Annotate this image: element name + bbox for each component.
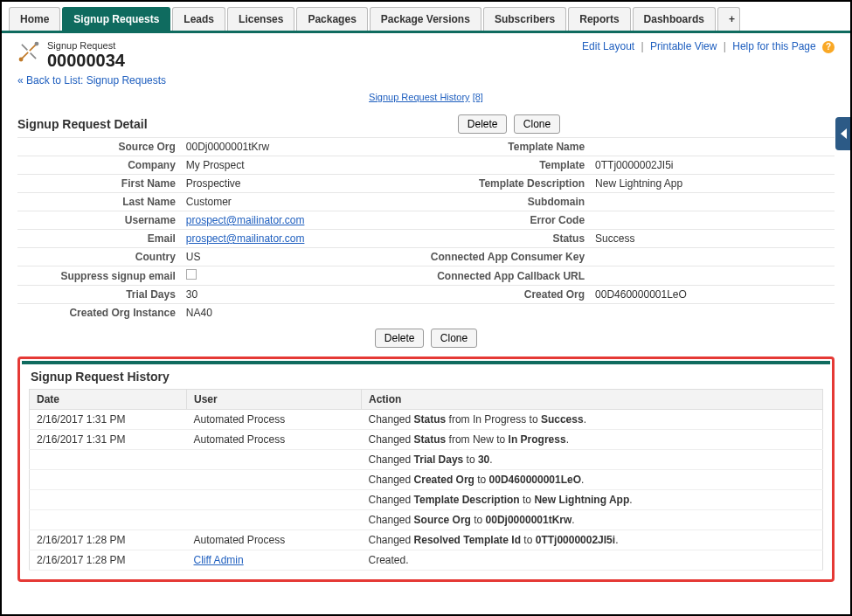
- table-row: Changed Source Org to 00Dj0000001tKrw.: [30, 510, 823, 530]
- edit-layout-link[interactable]: Edit Layout: [582, 40, 634, 52]
- tab-dashboards[interactable]: Dashboards: [633, 7, 716, 31]
- svg-point-0: [19, 58, 24, 62]
- help-link[interactable]: Help for this Page: [732, 40, 815, 52]
- detail-section-title: Signup Request Detail: [17, 117, 166, 131]
- tab-add[interactable]: +: [717, 7, 740, 31]
- history-col-date: Date: [30, 390, 187, 410]
- history-title: Signup Request History: [31, 370, 823, 384]
- entity-label: Signup Request: [47, 40, 125, 51]
- email-link[interactable]: prospect@mailinator.com: [186, 232, 305, 245]
- table-row: 2/16/2017 1:31 PMAutomated ProcessChange…: [30, 430, 823, 450]
- table-row: 2/16/2017 1:28 PMAutomated ProcessChange…: [30, 530, 823, 550]
- printable-view-link[interactable]: Printable View: [650, 40, 717, 52]
- clone-button[interactable]: Clone: [514, 114, 560, 134]
- delete-button[interactable]: Delete: [458, 114, 508, 134]
- svg-point-1: [35, 42, 39, 46]
- tab-licenses[interactable]: Licenses: [227, 7, 294, 31]
- back-to-list-link[interactable]: « Back to List: Signup Requests: [17, 74, 835, 87]
- related-list-anchor: Signup Request History [8]: [17, 92, 835, 102]
- history-highlight-box: Signup Request History DateUserAction 2/…: [17, 356, 835, 582]
- help-icon[interactable]: ?: [822, 41, 835, 53]
- delete-button-bottom[interactable]: Delete: [375, 329, 425, 348]
- table-row: Changed Template Description to New Ligh…: [30, 490, 823, 510]
- table-row: 2/16/2017 1:28 PMCliff AdminCreated.: [30, 550, 823, 571]
- tab-package-versions[interactable]: Package Versions: [370, 7, 481, 31]
- history-col-user: User: [187, 390, 362, 410]
- side-panel-toggle[interactable]: [835, 117, 851, 150]
- detail-table: Source Org00Dj0000001tKrw Template Name …: [17, 137, 835, 322]
- username-link[interactable]: prospect@mailinator.com: [186, 214, 305, 226]
- tab-subscribers[interactable]: Subscribers: [483, 7, 566, 31]
- table-row: Changed Trial Days to 30.: [30, 450, 823, 470]
- tab-home[interactable]: Home: [9, 7, 60, 31]
- tools-icon: [17, 40, 40, 66]
- tab-leads[interactable]: Leads: [172, 7, 225, 31]
- record-name: 00000034: [47, 51, 125, 71]
- tab-bar: HomeSignup RequestsLeadsLicensesPackages…: [2, 7, 850, 33]
- history-col-action: Action: [362, 390, 823, 410]
- tab-reports[interactable]: Reports: [568, 7, 630, 31]
- history-user-link[interactable]: Cliff Admin: [194, 554, 244, 566]
- clone-button-bottom[interactable]: Clone: [431, 329, 477, 348]
- history-table: DateUserAction 2/16/2017 1:31 PMAutomate…: [29, 389, 823, 571]
- history-anchor-link[interactable]: Signup Request History: [369, 92, 470, 102]
- top-links: Edit Layout | Printable View | Help for …: [582, 40, 835, 53]
- suppress-checkbox: [186, 269, 197, 280]
- tab-packages[interactable]: Packages: [296, 7, 367, 31]
- tab-signup-requests[interactable]: Signup Requests: [62, 7, 170, 31]
- table-row: Changed Created Org to 00D460000001LeO.: [30, 470, 823, 490]
- table-row: 2/16/2017 1:31 PMAutomated ProcessChange…: [30, 410, 823, 430]
